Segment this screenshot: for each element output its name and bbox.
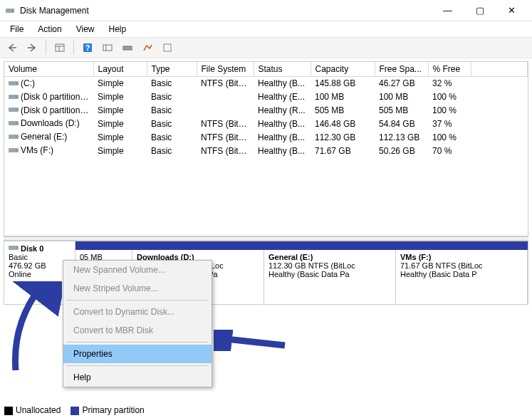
back-button[interactable] bbox=[4, 40, 20, 56]
disk-status: Online bbox=[9, 270, 31, 278]
svg-rect-10 bbox=[164, 44, 171, 51]
col-status[interactable]: Status bbox=[254, 62, 311, 77]
menubar: File Action View Help bbox=[0, 21, 532, 37]
col-volume[interactable]: Volume bbox=[4, 62, 93, 77]
table-row[interactable]: VMs (F:)SimpleBasicNTFS (BitLo...Healthy… bbox=[4, 144, 528, 157]
cell-fs: NTFS (BitLo... bbox=[197, 117, 254, 130]
svg-rect-2 bbox=[56, 44, 64, 51]
drive-icon bbox=[9, 105, 19, 115]
col-type[interactable]: Type bbox=[147, 62, 197, 77]
table-row[interactable]: General (E:)SimpleBasicNTFS (BitLo...Hea… bbox=[4, 130, 528, 144]
col-freespace[interactable]: Free Spa... bbox=[375, 62, 428, 77]
tb-icon-5[interactable] bbox=[160, 40, 175, 56]
cell-layout: Simple bbox=[93, 90, 147, 104]
cell-free: 112.13 GB bbox=[375, 130, 428, 144]
table-row[interactable]: (Disk 0 partition 1)SimpleBasicHealthy (… bbox=[4, 90, 528, 104]
svg-point-14 bbox=[16, 96, 17, 98]
annotation-arrow-right bbox=[214, 330, 288, 351]
context-menu-item: Convert to MBR Disk bbox=[63, 321, 212, 340]
table-empty-area bbox=[4, 157, 528, 236]
cell-volume: (Disk 0 partition 4) bbox=[21, 105, 90, 115]
hdd-icon bbox=[9, 244, 19, 253]
cell-status: Healthy (B... bbox=[254, 77, 311, 90]
legend: Unallocated Primary partition bbox=[4, 405, 145, 415]
cell-pct: 100 % bbox=[428, 130, 471, 144]
titlebar: Disk Management — ▢ ✕ bbox=[0, 0, 532, 21]
disk-name: Disk 0 bbox=[21, 244, 43, 253]
cell-free: 46.27 GB bbox=[375, 77, 428, 90]
svg-point-20 bbox=[16, 136, 17, 137]
maximize-button[interactable]: ▢ bbox=[464, 1, 496, 21]
tb-icon-4[interactable] bbox=[140, 40, 155, 56]
context-menu-item: New Spanned Volume... bbox=[63, 261, 212, 279]
svg-rect-9 bbox=[123, 46, 132, 50]
disk-size: 476.92 GB bbox=[9, 261, 46, 270]
menu-help[interactable]: Help bbox=[102, 23, 134, 36]
col-capacity[interactable]: Capacity bbox=[311, 62, 375, 77]
cell-type: Basic bbox=[147, 144, 197, 157]
cell-status: Healthy (B... bbox=[254, 144, 311, 157]
cell-fs bbox=[197, 90, 254, 104]
drive-icon bbox=[9, 132, 19, 142]
col-pctfree[interactable]: % Free bbox=[428, 62, 471, 77]
cell-type: Basic bbox=[147, 117, 197, 130]
cell-fs bbox=[197, 104, 254, 117]
menu-action[interactable]: Action bbox=[31, 23, 68, 36]
table-row[interactable]: Downloads (D:)SimpleBasicNTFS (BitLo...H… bbox=[4, 117, 528, 130]
context-menu: New Spanned Volume...New Striped Volume.… bbox=[63, 260, 212, 387]
help-icon[interactable]: ? bbox=[80, 40, 95, 56]
disk-type: Basic bbox=[9, 253, 28, 261]
table-header-row: Volume Layout Type File System Status Ca… bbox=[4, 62, 528, 77]
svg-point-24 bbox=[16, 247, 17, 249]
cell-pct: 37 % bbox=[428, 117, 471, 130]
cell-volume: General (E:) bbox=[21, 132, 67, 142]
tb-icon-1[interactable] bbox=[52, 40, 68, 56]
drive-icon bbox=[9, 119, 19, 129]
cell-type: Basic bbox=[147, 104, 197, 117]
context-menu-item[interactable]: Properties bbox=[63, 345, 212, 363]
cell-volume: (C:) bbox=[21, 78, 35, 88]
col-blank bbox=[471, 62, 528, 77]
drive-icon bbox=[9, 93, 19, 103]
swatch-unallocated bbox=[4, 407, 13, 415]
cell-status: Healthy (B... bbox=[254, 130, 311, 144]
cell-pct: 70 % bbox=[428, 144, 471, 157]
forward-button[interactable] bbox=[24, 40, 40, 56]
cell-capacity: 112.30 GB bbox=[311, 130, 375, 144]
partition-block[interactable]: VMs (F:)71.67 GB NTFS (BitLocHealthy (Ba… bbox=[396, 250, 528, 304]
context-menu-item: New Striped Volume... bbox=[63, 279, 212, 298]
context-menu-separator bbox=[66, 365, 209, 366]
cell-status: Healthy (E... bbox=[254, 90, 311, 104]
cell-capacity: 146.48 GB bbox=[311, 117, 375, 130]
volume-table-wrap: Volume Layout Type File System Status Ca… bbox=[4, 61, 528, 236]
menu-view[interactable]: View bbox=[69, 23, 102, 36]
menu-file[interactable]: File bbox=[3, 23, 31, 36]
drive-icon bbox=[9, 79, 19, 89]
close-button[interactable]: ✕ bbox=[496, 1, 528, 21]
table-row[interactable]: (Disk 0 partition 4)SimpleBasicHealthy (… bbox=[4, 104, 528, 117]
drive-icon bbox=[9, 146, 19, 156]
cell-volume: (Disk 0 partition 1) bbox=[21, 92, 90, 102]
col-layout[interactable]: Layout bbox=[93, 62, 147, 77]
cell-capacity: 145.88 GB bbox=[311, 77, 375, 90]
table-row[interactable]: (C:)SimpleBasicNTFS (BitLo...Healthy (B.… bbox=[4, 77, 528, 90]
cell-capacity: 71.67 GB bbox=[311, 144, 375, 157]
cell-layout: Simple bbox=[93, 77, 147, 90]
svg-rect-7 bbox=[103, 45, 112, 51]
cell-layout: Simple bbox=[93, 117, 147, 130]
svg-point-18 bbox=[16, 122, 17, 124]
context-menu-item[interactable]: Help bbox=[63, 368, 212, 387]
volume-table: Volume Layout Type File System Status Ca… bbox=[4, 62, 528, 157]
cell-pct: 100 % bbox=[428, 104, 471, 117]
minimize-button[interactable]: — bbox=[432, 1, 464, 21]
partition-line2: Healthy (Basic Data Pa bbox=[268, 270, 391, 278]
cell-free: 50.26 GB bbox=[375, 144, 428, 157]
svg-point-12 bbox=[16, 83, 17, 84]
col-filesystem[interactable]: File System bbox=[197, 62, 254, 77]
tb-icon-3[interactable] bbox=[120, 40, 135, 56]
cell-fs: NTFS (BitLo... bbox=[197, 130, 254, 144]
cell-type: Basic bbox=[147, 77, 197, 90]
svg-point-16 bbox=[16, 109, 17, 110]
tb-icon-2[interactable] bbox=[100, 40, 115, 56]
partition-block[interactable]: General (E:)112.30 GB NTFS (BitLocHealth… bbox=[264, 250, 396, 304]
